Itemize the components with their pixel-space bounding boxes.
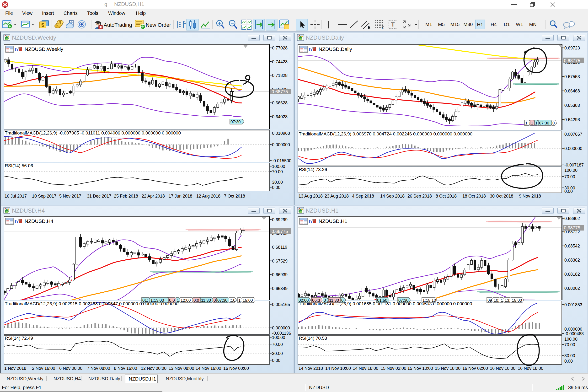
svg-text:RSI(14) 70.53: RSI(14) 70.53 [299, 336, 327, 341]
svg-text:70.00: 70.00 [272, 342, 283, 347]
svg-text:NZDUSD,Weekly: NZDUSD,Weekly [24, 46, 63, 52]
svg-text:7 Nov 08:00: 7 Nov 08:00 [87, 366, 110, 371]
svg-text:13 Nov 08:00: 13 Nov 08:00 [169, 366, 194, 371]
svg-text:17 Jun 2018: 17 Jun 2018 [169, 194, 192, 198]
svg-text:NZDUSD,H1: NZDUSD,H1 [319, 218, 347, 224]
svg-text:NZDUSD,Daily: NZDUSD,Daily [319, 46, 352, 52]
svg-text:RSI(14) 56.06: RSI(14) 56.06 [5, 163, 33, 168]
svg-text:E: E [368, 26, 370, 30]
svg-text:8 Oct 2018: 8 Oct 2018 [436, 194, 457, 198]
svg-text:16 Nov 00:00: 16 Nov 00:00 [223, 366, 249, 371]
svg-text:30 Oct 2018: 30 Oct 2018 [490, 194, 513, 198]
svg-text:0.64028: 0.64028 [272, 114, 288, 119]
svg-text:1: 1 [177, 298, 179, 303]
svg-text:0.001853: 0.001853 [564, 302, 582, 307]
svg-text:12 Nov 00:00: 12 Nov 00:00 [141, 366, 166, 371]
svg-text:1:1: 1:1 [525, 121, 531, 126]
svg-text:06:3: 06:3 [312, 298, 320, 303]
svg-text:100.00: 100.00 [272, 335, 285, 340]
svg-text:15 Nov 02:00: 15 Nov 02:00 [381, 366, 406, 371]
svg-text:09: 09 [488, 298, 492, 303]
svg-text:6 Nov 00:00: 6 Nov 00:00 [59, 366, 82, 371]
svg-text:0.65383: 0.65383 [564, 103, 580, 108]
svg-text:14 Nov 18:00: 14 Nov 18:00 [353, 366, 378, 371]
svg-text:T: T [391, 21, 395, 28]
svg-text:0.68775: 0.68775 [564, 58, 580, 63]
svg-text:1: 1 [501, 298, 503, 303]
svg-text:RSI(14) 73.26: RSI(14) 73.26 [299, 167, 327, 172]
svg-text:0:0: 0:0 [193, 298, 199, 303]
svg-text:16 Jul 2017: 16 Jul 2017 [4, 194, 27, 198]
svg-text:TraditionalMACD(12,26,9) -0.00: TraditionalMACD(12,26,9) -0.007005 -0.01… [5, 130, 181, 136]
svg-text:100.00: 100.00 [272, 164, 285, 169]
svg-text:0.010968: 0.010968 [272, 131, 290, 136]
svg-text:15 Nov 18:00: 15 Nov 18:00 [435, 366, 461, 371]
svg-text:1:13:00: 1:13:00 [150, 298, 164, 303]
svg-text:22 Apr 2018: 22 Apr 2018 [142, 194, 165, 198]
svg-text:0.00: 0.00 [272, 185, 280, 190]
svg-text:0.67553: 0.67553 [564, 74, 580, 79]
svg-text:70.00: 70.00 [564, 342, 575, 347]
svg-text:01:50: 01:50 [377, 298, 387, 303]
svg-text:15:00: 15:00 [243, 298, 253, 303]
svg-text:70.00: 70.00 [564, 174, 575, 179]
svg-text:11:30: 11:30 [201, 298, 211, 303]
svg-text:0.007667: 0.007667 [564, 132, 582, 137]
svg-text:-0.015500: -0.015500 [272, 158, 291, 163]
svg-text:12:00: 12:00 [181, 298, 191, 303]
svg-text:F: F [382, 26, 384, 30]
svg-text:12 Aug 2018: 12 Aug 2018 [196, 194, 220, 198]
svg-text:0.000000: 0.000000 [564, 327, 582, 332]
svg-text:30.00: 30.00 [272, 180, 283, 185]
svg-text:70.00: 70.00 [272, 169, 283, 174]
svg-text:New Order: New Order [146, 22, 171, 28]
svg-text:0.68775: 0.68775 [272, 229, 288, 234]
svg-text:9 Nov 2018: 9 Nov 2018 [519, 194, 541, 198]
svg-text:$: $ [41, 22, 44, 28]
svg-text:0.66468: 0.66468 [564, 88, 580, 94]
svg-text:16 Nov 02:00: 16 Nov 02:00 [462, 366, 488, 371]
svg-text:5 Nov 2017: 5 Nov 2017 [59, 194, 81, 198]
svg-text:5: 5 [59, 20, 61, 24]
svg-text:0:0: 0:0 [169, 298, 175, 303]
svg-text:0.00: 0.00 [272, 358, 280, 363]
svg-text:0.66349: 0.66349 [272, 286, 288, 291]
svg-text:0.68362: 0.68362 [564, 258, 580, 262]
svg-text:0.68182: 0.68182 [564, 272, 580, 276]
svg-text:1 Nov 2018: 1 Nov 2018 [4, 366, 26, 371]
svg-text:10:: 10: [494, 298, 499, 303]
svg-text:0.68902: 0.68902 [564, 216, 580, 221]
svg-text:0.67529: 0.67529 [272, 259, 288, 264]
svg-text:-0.001136: -0.001136 [272, 331, 291, 336]
svg-text:TraditionalMACD(12,26,9) 0.006: TraditionalMACD(12,26,9) 0.006970 0.0047… [299, 132, 472, 136]
svg-text:1: 1 [238, 298, 240, 303]
svg-text:1: 1 [535, 121, 537, 126]
svg-text:1: 1 [531, 121, 533, 126]
svg-text:16 Nov 10:00: 16 Nov 10:00 [490, 366, 515, 371]
svg-text:100.00: 100.00 [564, 168, 578, 173]
svg-text:13:: 13: [505, 298, 510, 303]
svg-text:0.69723: 0.69723 [564, 46, 580, 50]
svg-text:11:30: 11:30 [329, 298, 339, 303]
svg-text:0: 0 [213, 298, 216, 303]
svg-text:13 Aug 2018: 13 Aug 2018 [299, 194, 323, 198]
svg-text:30.00: 30.00 [272, 351, 283, 356]
svg-text:0.000000: 0.000000 [564, 146, 582, 151]
svg-text:0.005165: 0.005165 [272, 302, 290, 307]
svg-text:07:30: 07:30 [230, 120, 241, 124]
svg-text:31 Dec 2017: 31 Dec 2017 [87, 194, 111, 198]
svg-text:0.000000: 0.000000 [272, 326, 290, 330]
svg-text:0.68775: 0.68775 [564, 225, 580, 230]
svg-text:7 Oct 2018: 7 Oct 2018 [224, 194, 245, 198]
svg-text:0.68542: 0.68542 [564, 244, 580, 248]
svg-text:0.000000: 0.000000 [272, 142, 290, 147]
svg-text:0: 0 [553, 121, 555, 126]
svg-text:16 Nov 18:00: 16 Nov 18:00 [518, 366, 543, 371]
svg-text:02:00: 02:00 [299, 298, 309, 303]
svg-text:14 Nov 2018: 14 Nov 2018 [299, 366, 323, 371]
svg-text:2 Nov 16:00: 2 Nov 16:00 [32, 366, 55, 371]
svg-text:07:30: 07:30 [539, 121, 549, 126]
svg-text:15 Nov 10:00: 15 Nov 10:00 [407, 366, 433, 371]
svg-text:8 Nov 16:00: 8 Nov 16:00 [114, 366, 137, 371]
svg-text:0.69299: 0.69299 [272, 218, 288, 222]
